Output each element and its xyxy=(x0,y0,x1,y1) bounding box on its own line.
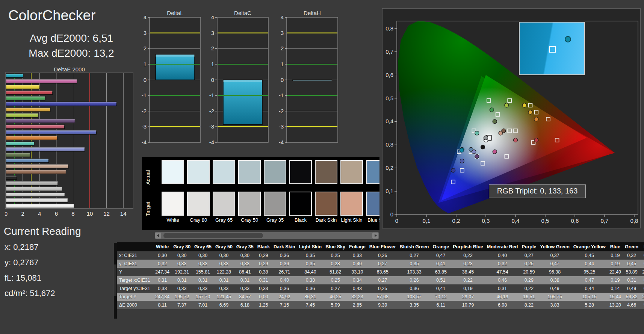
table-cell: 15,44 xyxy=(608,293,623,301)
swatch-target-blue-sky[interactable] xyxy=(366,192,379,216)
scrollbar-thumb[interactable] xyxy=(163,233,263,238)
table-cell: 0,33 xyxy=(171,260,192,268)
table-cell: 51,82 xyxy=(324,268,347,276)
measurement-table: WhiteGray 80Gray 65Gray 50Gray 35BlackDa… xyxy=(117,242,644,309)
svg-text:3: 3 xyxy=(211,30,214,36)
svg-text:4: 4 xyxy=(144,16,147,20)
swatch-target-gray-35[interactable] xyxy=(264,192,286,216)
swatch-label: Gray 65 xyxy=(211,217,237,223)
deltal-bar-chart: 43210-1-2-3-4 xyxy=(138,16,203,149)
table-cell: 0,27 xyxy=(367,260,398,268)
table-cell: 5,28 xyxy=(571,301,608,309)
table-cell: 0,35 xyxy=(297,260,324,268)
swatch-target-black[interactable] xyxy=(289,192,312,216)
svg-text:-1: -1 xyxy=(142,92,147,98)
deltah-bar-chart: 43210-1-2-3-4 xyxy=(275,16,340,149)
table-cell: 0,29 xyxy=(520,276,538,284)
svg-text:0,4: 0,4 xyxy=(385,118,393,124)
measurement-table-wrap: WhiteGray 80Gray 65Gray 50Gray 35BlackDa… xyxy=(117,242,644,309)
table-cell: 63,85 xyxy=(431,268,451,276)
swatch-actual-blue-sky[interactable] xyxy=(366,160,379,184)
table-cell: 7,01 xyxy=(192,301,213,309)
table-cell: 2,85 xyxy=(347,301,367,309)
table-cell: 0,40 xyxy=(272,276,297,284)
swatch-target-white[interactable] xyxy=(162,192,184,216)
svg-text:3: 3 xyxy=(281,30,284,36)
table-cell: 0,30 xyxy=(213,251,234,260)
table-cell: 0,47 xyxy=(640,251,644,260)
table-cell: 103,33 xyxy=(398,268,431,276)
svg-text:1: 1 xyxy=(211,61,214,67)
table-cell: 0,43 xyxy=(347,284,367,293)
svg-text:0,4: 0,4 xyxy=(512,218,520,224)
scroll-right-icon[interactable] xyxy=(372,233,378,239)
swatch-target-gray-65[interactable] xyxy=(213,192,235,216)
table-cell: 121,45 xyxy=(213,293,234,301)
deltae2000-bar-chart: 02468101214 xyxy=(5,73,133,219)
svg-text:10: 10 xyxy=(87,210,93,217)
table-cell: 0,36 xyxy=(272,251,297,260)
table-row-label: ΔE 2000 xyxy=(117,301,153,309)
svg-text:3: 3 xyxy=(144,30,147,36)
table-cell: 6,11 xyxy=(431,301,451,309)
table-column-header: White xyxy=(153,242,171,251)
swatch-actual-black[interactable] xyxy=(289,160,312,184)
table-cell: 0,35 xyxy=(297,251,324,260)
table-cell: 0,27 xyxy=(398,251,431,260)
table-row-label: Y xyxy=(117,268,153,276)
swatch-target-dark-skin[interactable] xyxy=(315,192,337,216)
table-cell: 7,15 xyxy=(272,301,297,309)
swatch-actual-dark-skin[interactable] xyxy=(315,160,337,184)
table-cell: 155,81 xyxy=(192,268,213,276)
swatch-actual-gray-50[interactable] xyxy=(238,160,261,184)
swatch-target-light-skin[interactable] xyxy=(340,192,363,216)
table-column-header: Red xyxy=(640,242,644,251)
table-scrollbar[interactable] xyxy=(114,243,117,319)
table-cell: 0,33 xyxy=(192,260,213,268)
table-column-header: Orange Yellow xyxy=(571,242,608,251)
svg-text:1: 1 xyxy=(281,61,284,67)
table-cell: 0,33 xyxy=(347,251,367,260)
table-cell: 0,38 xyxy=(297,276,324,284)
current-reading-cdm2: cd/m²: 51,672 xyxy=(5,289,55,298)
table-cell: 0,23 xyxy=(451,260,485,268)
swatch-target-gray-50[interactable] xyxy=(238,192,261,216)
swatch-panel: Actual Target WhiteGray 80Gray 65Gray 50… xyxy=(142,157,379,230)
table-cell: 0,51 xyxy=(431,276,451,284)
swatch-label: Light Skin xyxy=(339,217,364,223)
table-column-header: Light Skin xyxy=(297,242,324,251)
table-cell: 0,31 xyxy=(153,276,171,284)
table-cell: 26,71 xyxy=(272,268,297,276)
table-cell: 0,19 xyxy=(608,251,623,260)
swatch-target-gray-80[interactable] xyxy=(187,192,210,216)
svg-text:2: 2 xyxy=(281,45,284,51)
table-cell: 24,92 xyxy=(272,293,297,301)
table-cell: 0,34 xyxy=(347,276,367,284)
swatch-actual-gray-35[interactable] xyxy=(264,160,286,184)
swatch-scrollbar[interactable] xyxy=(155,232,379,239)
table-cell: 0,30 xyxy=(234,251,255,260)
deltac-chart-title: DeltaC xyxy=(217,10,268,16)
table-cell: 0,54 xyxy=(640,276,644,284)
table-cell: 5,09 xyxy=(324,301,347,309)
svg-text:0,3: 0,3 xyxy=(482,218,490,224)
table-column-header: Gray 35 xyxy=(234,242,255,251)
svg-text:0,2: 0,2 xyxy=(385,165,393,171)
svg-text:8: 8 xyxy=(71,210,74,217)
table-cell: 8,11 xyxy=(153,301,171,309)
svg-text:6: 6 xyxy=(55,210,58,217)
table-cell: 0,45 xyxy=(623,260,640,268)
table-column-header: Moderate Red xyxy=(485,242,520,251)
swatch-actual-gray-80[interactable] xyxy=(187,160,210,184)
svg-text:0,7: 0,7 xyxy=(385,48,393,55)
swatch-actual-white[interactable] xyxy=(162,160,184,184)
table-cell: 0,25 xyxy=(324,251,347,260)
table-cell: 6,98 xyxy=(485,301,520,309)
table-cell: 3,35 xyxy=(398,301,431,309)
table-column-header: Gray 65 xyxy=(192,242,213,251)
table-cell: 0,33 xyxy=(234,260,255,268)
swatch-actual-light-skin[interactable] xyxy=(340,160,363,184)
scroll-left-icon[interactable] xyxy=(155,233,161,239)
table-row: Target y:CIE310,330,330,330,330,330,330,… xyxy=(117,284,644,293)
swatch-actual-gray-65[interactable] xyxy=(213,160,235,184)
